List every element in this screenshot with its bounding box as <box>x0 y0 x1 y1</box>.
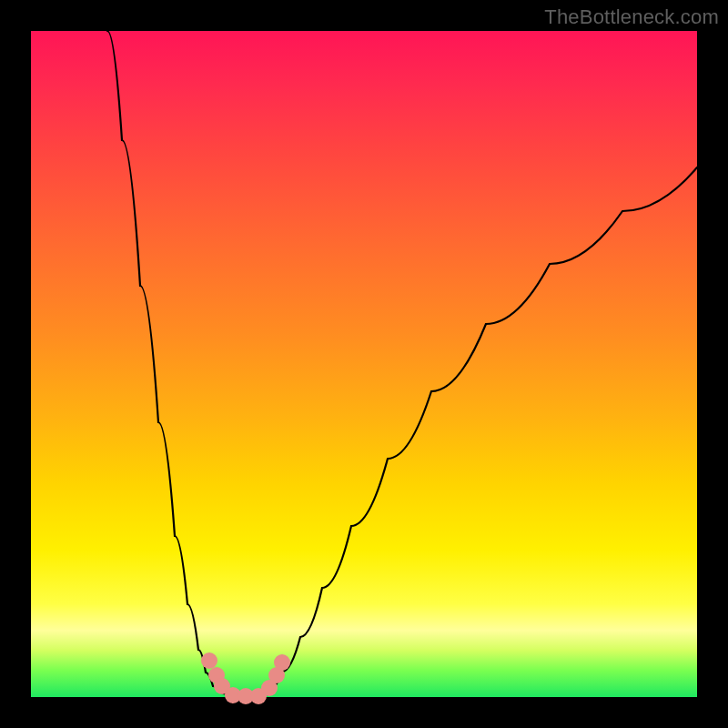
plot-area <box>31 31 697 697</box>
left-curve <box>107 31 242 697</box>
valley-marker <box>274 654 290 671</box>
valley-markers <box>201 652 290 704</box>
watermark-text: TheBottleneck.com <box>544 5 719 29</box>
chart-frame: TheBottleneck.com <box>0 0 728 728</box>
curves-svg <box>31 31 697 697</box>
valley-marker <box>201 652 217 669</box>
right-curve <box>260 167 697 697</box>
